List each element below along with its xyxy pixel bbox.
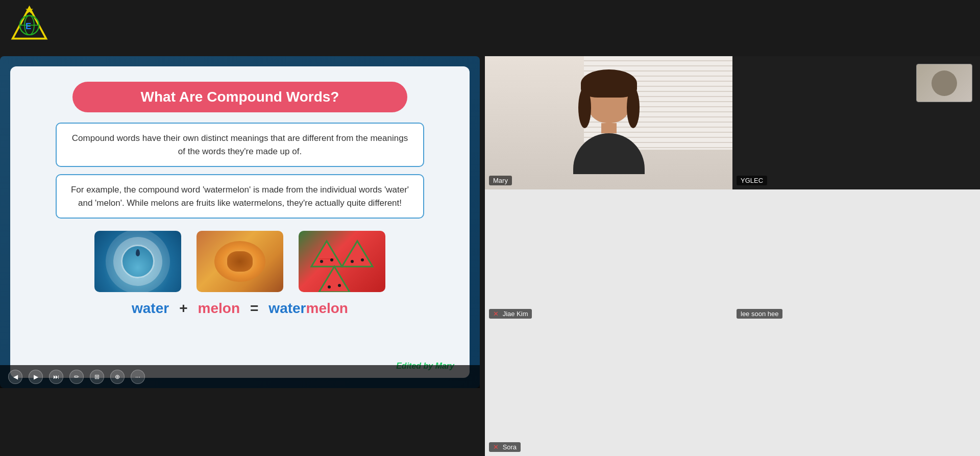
text-box-1-content: Compound words have their own distinct m…	[69, 132, 411, 158]
presentation-area: What Are Compound Words? Compound words …	[0, 56, 480, 388]
video-cell-jiae: ✕ Jiae Kim	[485, 189, 732, 323]
more-icon: ···	[135, 373, 140, 380]
play-button[interactable]: ▶	[29, 370, 43, 384]
word-equals: =	[250, 300, 258, 317]
word-watermelon: watermelon	[268, 300, 348, 317]
logo: E	[10, 5, 51, 46]
word-wm-water: water	[268, 300, 306, 316]
svg-text:E: E	[26, 21, 31, 31]
svg-point-9	[330, 258, 333, 261]
lee-label: lee soon hee	[737, 309, 782, 319]
zoom-icon: ⊕	[115, 373, 120, 380]
mary-label: Mary	[489, 176, 512, 185]
play-icon: ▶	[34, 373, 38, 380]
sora-label: ✕ Sora	[489, 442, 521, 452]
svg-point-11	[351, 260, 354, 263]
svg-point-12	[361, 258, 364, 261]
svg-marker-6	[311, 241, 342, 267]
pencil-button[interactable]: ✏	[69, 370, 84, 384]
jiae-label: ✕ Jiae Kim	[489, 309, 532, 319]
text-box-2-content: For example, the compound word 'watermel…	[69, 183, 411, 209]
watermelon-image	[299, 231, 385, 292]
text-box-2: For example, the compound word 'watermel…	[56, 174, 424, 219]
next-icon: ⏭	[53, 373, 59, 380]
words-row: water + melon = watermelon	[56, 300, 424, 317]
word-wm-melon: melon	[306, 300, 348, 316]
playback-controls: ◀ ▶ ⏭ ✏ ⊞ ⊕ ···	[0, 365, 480, 388]
video-cell-sora: ✕ Sora	[485, 323, 732, 456]
zoom-button[interactable]: ⊕	[110, 370, 125, 384]
sora-mic-muted-icon: ✕	[493, 443, 499, 451]
video-cell-mary: Mary	[485, 56, 732, 189]
svg-point-8	[320, 260, 323, 263]
yglec-label: YGLEC	[737, 176, 767, 185]
prev-button[interactable]: ◀	[8, 370, 22, 384]
word-plus: +	[179, 300, 187, 317]
word-water: water	[132, 300, 169, 317]
svg-point-14	[328, 285, 331, 289]
next-button[interactable]: ⏭	[49, 370, 63, 384]
jiae-mic-muted-icon: ✕	[493, 310, 499, 318]
slide-container: What Are Compound Words? Compound words …	[10, 66, 470, 378]
slide-title-banner: What Are Compound Words?	[72, 82, 407, 112]
pencil-icon: ✏	[74, 373, 79, 380]
more-button[interactable]: ···	[131, 370, 145, 384]
water-image	[94, 231, 181, 292]
video-cell-lee: lee soon hee	[732, 189, 980, 323]
slide-title: What Are Compound Words?	[141, 89, 339, 105]
print-icon: ⊞	[94, 373, 100, 380]
video-cell-empty	[732, 323, 980, 456]
prev-icon: ◀	[13, 373, 18, 380]
svg-marker-10	[342, 241, 373, 267]
svg-point-15	[338, 284, 341, 287]
melon-image	[197, 231, 283, 292]
print-button[interactable]: ⊞	[90, 370, 104, 384]
video-cell-yglec: YGLEC	[732, 56, 980, 189]
images-row	[56, 231, 424, 292]
word-melon: melon	[198, 300, 240, 317]
video-grid: Mary YGLEC ✕ Jiae Kim lee soon hee ✕ Sor…	[485, 56, 980, 456]
text-box-1: Compound words have their own distinct m…	[56, 123, 424, 167]
svg-marker-13	[319, 267, 350, 292]
